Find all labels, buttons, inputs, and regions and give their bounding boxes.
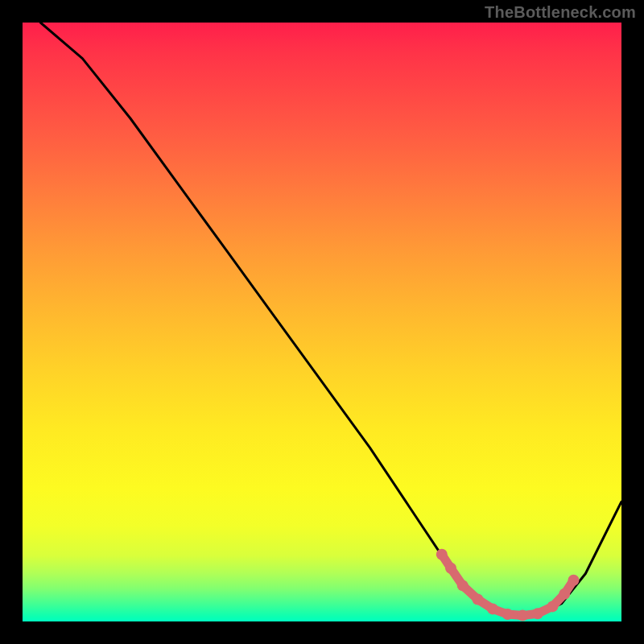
marker-dot [502,609,514,620]
marker-dot [559,588,570,600]
marker-dot [517,610,528,621]
marker-dot [532,608,543,619]
marker-dot [472,594,483,605]
markers-group [436,549,580,621]
watermark-text: TheBottleneck.com [485,3,636,22]
plot-area [23,23,621,621]
marker-dot [547,601,558,612]
curve-group [40,23,621,616]
marker-dot [457,580,469,591]
marker-dot [568,575,580,586]
bottleneck-curve [40,23,621,616]
chart-svg [23,23,621,621]
chart-frame: TheBottleneck.com [0,0,644,644]
marker-dot [445,563,456,574]
marker-dot [487,603,498,614]
marker-dot [436,549,448,560]
